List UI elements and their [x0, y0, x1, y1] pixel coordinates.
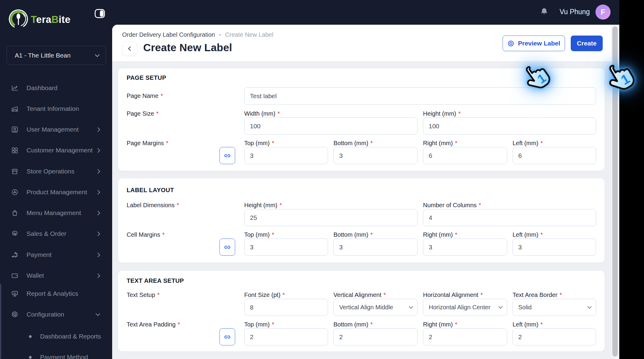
horizontal-alignment-select[interactable]: Horizontal Align Center [423, 299, 507, 316]
link-icon [223, 152, 231, 160]
brand-wordmark: TeraBite [31, 14, 71, 25]
top-mm-label: Top (mm)* [244, 321, 274, 328]
sidebar-item-customer-management[interactable]: Customer Management [0, 143, 112, 158]
page-margin-left-input[interactable] [513, 147, 596, 164]
chevron-right-icon [96, 127, 100, 132]
chevron-right-icon [96, 148, 100, 153]
shopping-bag-icon [11, 209, 19, 217]
padding-bottom-input[interactable] [333, 328, 418, 345]
page-height-input[interactable] [423, 117, 596, 135]
app-window: TeraBite A1 - The Little Bean Dashboard … [0, 0, 619, 359]
user-card-icon [11, 126, 19, 133]
left-mm-label: Left (mm)* [513, 321, 543, 328]
page-header: Order Delivery Label Configuration • Cre… [112, 25, 619, 61]
wallet-icon [11, 272, 19, 279]
height-mm-label: Height (mm)* [423, 110, 461, 117]
font-size-label: Font Size (pt)* [244, 292, 285, 298]
cog-wheel-icon [11, 188, 19, 196]
sidebar-collapse-toggle-icon[interactable] [95, 9, 105, 18]
text-setup-label: Text Setup* [127, 292, 159, 298]
user-name[interactable]: Vu Phung [560, 8, 590, 16]
number-of-columns-label: Number of Columns* [423, 202, 481, 209]
sidebar-item-sales-order[interactable]: Sales & Order [0, 226, 112, 241]
sidebar-item-configuration[interactable]: Configuration [0, 307, 112, 322]
bottom-mm-label: Bottom (mm)* [333, 140, 373, 147]
left-mm-label: Left (mm)* [513, 231, 543, 238]
sidebar-item-tenant-information[interactable]: Tenant Information [0, 101, 112, 116]
sidebar-subitem-payment-method[interactable]: Payment Method [0, 350, 112, 359]
cell-margin-left-input[interactable] [513, 239, 596, 256]
discount-badge-icon [11, 230, 19, 238]
sidebar-item-wallet[interactable]: Wallet [0, 268, 112, 283]
link-cell-margins-button[interactable] [219, 239, 235, 256]
link-icon [223, 333, 231, 341]
right-mm-label: Right (mm)* [423, 140, 457, 147]
page-margins-label: Page Margins* [127, 140, 168, 147]
presentation-chart-icon [11, 290, 19, 298]
chevron-down-icon [96, 311, 100, 316]
chevron-right-icon [96, 231, 100, 236]
breadcrumb-parent[interactable]: Order Delivery Label Configuration [122, 31, 215, 38]
page-size-label: Page Size* [127, 110, 159, 117]
text-area-border-label: Text Area Border* [513, 292, 562, 298]
sidebar-item-user-management[interactable]: User Management [0, 122, 112, 137]
text-area-setup-card: TEXT AREA SETUP Text Setup* Font Size (p… [118, 271, 605, 351]
horizontal-alignment-label: Horizontal Alignment* [423, 292, 483, 298]
sidebar-scrollbar-thumb[interactable] [0, 284, 1, 359]
scrollbar-thumb[interactable] [612, 27, 618, 357]
sidebar-item-report-analytics[interactable]: Report & Analytics [0, 286, 112, 301]
cell-margins-label: Cell Margins* [127, 231, 165, 238]
avatar[interactable]: F [595, 5, 611, 20]
cell-margin-right-input[interactable] [423, 239, 507, 256]
store-selector-value: A1 - The Little Bean [15, 52, 96, 59]
cell-margin-top-input[interactable] [244, 239, 328, 256]
number-of-columns-input[interactable] [423, 209, 596, 226]
page-margin-top-input[interactable] [244, 147, 328, 164]
chevron-down-icon [587, 304, 592, 308]
back-button[interactable] [122, 41, 137, 56]
padding-left-input[interactable] [513, 328, 596, 345]
create-button[interactable]: Create [571, 36, 603, 51]
link-icon [223, 243, 231, 251]
sidebar-item-store-operations[interactable]: Store Operations [0, 164, 112, 179]
store-selector[interactable]: A1 - The Little Bean [7, 46, 106, 65]
page-name-input[interactable] [244, 87, 596, 105]
bullet-icon [29, 356, 32, 359]
sidebar-item-payment[interactable]: Payment [0, 248, 112, 262]
gear-icon [11, 311, 19, 318]
terabite-logo-icon [8, 8, 29, 30]
bottom-mm-label: Bottom (mm)* [333, 231, 373, 238]
page-setup-card: PAGE SETUP Page Name* Page Size* Width (… [118, 68, 605, 171]
section-title: LABEL LAYOUT [127, 187, 174, 194]
page-margin-bottom-input[interactable] [333, 147, 418, 164]
page-title: Create New Label [143, 42, 232, 54]
chevron-right-icon [96, 273, 100, 278]
label-height-input[interactable] [244, 209, 418, 226]
chevron-right-icon [96, 190, 100, 195]
preview-eye-icon [507, 40, 514, 47]
top-mm-label: Top (mm)* [244, 140, 274, 147]
vertical-alignment-select[interactable]: Vertical Align Middle [333, 299, 418, 316]
preview-label-button[interactable]: Preview Label [503, 36, 565, 51]
padding-top-input[interactable] [244, 328, 328, 345]
link-margins-button[interactable] [219, 147, 235, 164]
font-size-input[interactable] [244, 299, 328, 316]
sidebar-item-menu-management[interactable]: Menu Management [0, 206, 112, 220]
text-area-border-select[interactable]: Solid [513, 299, 596, 316]
link-text-area-padding-button[interactable] [219, 328, 235, 345]
vertical-scrollbar [611, 25, 619, 359]
width-mm-label: Width (mm)* [244, 110, 280, 117]
notification-bell-icon[interactable] [540, 7, 549, 17]
cell-margin-bottom-input[interactable] [333, 239, 418, 256]
line-chart-icon [11, 84, 19, 92]
sidebar-item-dashboard[interactable]: Dashboard [0, 81, 112, 95]
section-title: TEXT AREA SETUP [127, 277, 184, 284]
main-content: Order Delivery Label Configuration • Cre… [112, 25, 619, 359]
breadcrumb-separator: • [219, 32, 221, 38]
sidebar-subitem-dashboard-reports[interactable]: Dashboard & Reports [0, 329, 112, 344]
page-width-input[interactable] [244, 117, 418, 135]
bullet-icon [29, 335, 32, 338]
sidebar-item-product-management[interactable]: Product Management [0, 185, 112, 199]
padding-right-input[interactable] [423, 328, 507, 345]
page-margin-right-input[interactable] [423, 147, 507, 164]
